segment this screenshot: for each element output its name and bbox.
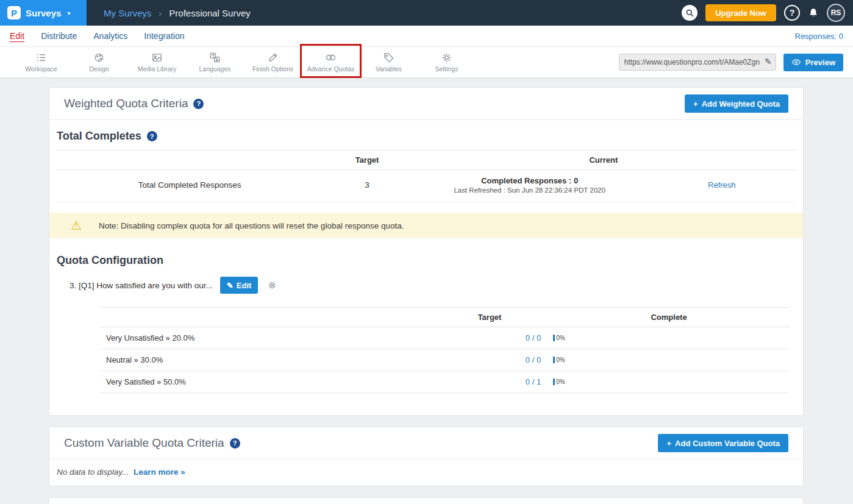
search-button[interactable] bbox=[682, 5, 698, 21]
settings-icon bbox=[441, 52, 452, 63]
toolbar-item-label: Finish Options bbox=[252, 65, 293, 73]
survey-url-input[interactable] bbox=[619, 54, 776, 71]
quota-row-percent: 0% bbox=[556, 378, 565, 385]
quota-row: Very Satisfied » 50.0% 0 / 1 0% bbox=[100, 371, 790, 393]
quota-row: Very Unsatisfied » 20.0% 0 / 0 0% bbox=[100, 327, 790, 349]
total-completes-section: Total Completes ? bbox=[49, 120, 803, 150]
toolbar-item-design[interactable]: Design bbox=[70, 50, 128, 74]
row-label: Total Completed Responses bbox=[57, 180, 323, 190]
languages-icon bbox=[209, 52, 221, 63]
remove-question-icon[interactable]: ⊗ bbox=[268, 280, 276, 291]
preview-button[interactable]: Preview bbox=[783, 54, 843, 71]
target-header: Target bbox=[431, 313, 548, 322]
toolbar-item-label: Design bbox=[89, 65, 109, 73]
toolbar-item-label: Advance Quotas bbox=[307, 65, 355, 73]
complete-header: Complete bbox=[548, 313, 790, 322]
toolbar-item-languages[interactable]: Languages bbox=[186, 50, 244, 74]
progress-bar bbox=[553, 378, 555, 385]
plus-icon: + bbox=[666, 439, 671, 448]
add-weighted-quota-label: Add Weighted Quota bbox=[702, 99, 780, 108]
weighted-quota-help-icon[interactable]: ? bbox=[193, 99, 204, 109]
add-custom-variable-quota-label: Add Custom Variable Quota bbox=[675, 439, 780, 448]
toolbar-items: Workspace Design Media Library Languages… bbox=[12, 50, 476, 74]
total-completes-help-icon[interactable]: ? bbox=[147, 131, 157, 141]
toolbar-item-label: Media Library bbox=[138, 65, 177, 73]
survey-tabbar: Edit Distribute Analytics Integration Re… bbox=[0, 26, 853, 47]
refresh-link[interactable]: Refresh bbox=[708, 180, 736, 190]
quota-row-label: Very Satisfied » 50.0% bbox=[100, 377, 431, 386]
custom-variable-quota-card: Custom Variable Quota Criteria ? + Add C… bbox=[49, 427, 804, 486]
total-completes-title: Total Completes bbox=[57, 130, 141, 143]
bell-icon bbox=[808, 7, 819, 18]
toolbar-item-finish-options[interactable]: Finish Options bbox=[244, 50, 302, 74]
toolbar-item-workspace[interactable]: Workspace bbox=[12, 50, 70, 74]
edit-url-icon[interactable]: ✎ bbox=[765, 57, 772, 66]
current-header: Current bbox=[412, 155, 796, 165]
custom-variable-quota-title: Custom Variable Quota Criteria bbox=[64, 436, 224, 450]
custom-variable-help-icon[interactable]: ? bbox=[230, 438, 240, 449]
quota-row-target: 0 / 0 bbox=[431, 355, 548, 364]
main-content: Weighted Quota Criteria ? + Add Weighted… bbox=[0, 78, 853, 504]
add-weighted-quota-button[interactable]: + Add Weighted Quota bbox=[685, 94, 788, 113]
edit-toolbar: Workspace Design Media Library Languages… bbox=[0, 47, 853, 78]
breadcrumb-separator: › bbox=[159, 8, 162, 18]
empty-state: No data to display... Learn more » bbox=[49, 460, 803, 486]
toolbar-item-advance-quotas[interactable]: Advance Quotas bbox=[302, 50, 360, 74]
weighted-quota-card: Weighted Quota Criteria ? + Add Weighted… bbox=[49, 87, 804, 416]
preview-label: Preview bbox=[805, 58, 835, 67]
eye-icon bbox=[791, 58, 801, 66]
edit-icon: ✎ bbox=[227, 281, 234, 290]
quota-row-percent: 0% bbox=[556, 357, 565, 363]
quota-row-percent: 0% bbox=[556, 335, 565, 341]
product-menu-label: Surveys bbox=[26, 8, 61, 18]
upgrade-now-button[interactable]: Upgrade Now bbox=[705, 4, 776, 21]
add-custom-variable-quota-button[interactable]: + Add Custom Variable Quota bbox=[658, 434, 788, 452]
tab-integration[interactable]: Integration bbox=[144, 31, 184, 41]
note-text: Note: Disabling complex quota for all qu… bbox=[99, 221, 404, 230]
breadcrumb: My Surveys › Professional Survey bbox=[104, 8, 251, 18]
finish-options-icon bbox=[267, 52, 279, 63]
progress-bar bbox=[553, 357, 555, 363]
learn-more-link[interactable]: Learn more » bbox=[134, 467, 185, 477]
toolbar-item-variables[interactable]: Variables bbox=[360, 50, 418, 74]
completed-responses: Completed Responses : 0 bbox=[412, 176, 648, 185]
quota-config-table: Target Complete Very Unsatisfied » 20.0%… bbox=[100, 307, 790, 393]
toolbar-item-label: Settings bbox=[435, 65, 459, 73]
questionpro-logo: P bbox=[7, 6, 21, 20]
help-button[interactable]: ? bbox=[784, 5, 800, 21]
toolbar-item-label: Variables bbox=[376, 65, 402, 73]
tab-edit[interactable]: Edit bbox=[10, 31, 24, 41]
avatar-initials: RS bbox=[831, 9, 841, 17]
toolbar-item-label: Languages bbox=[199, 65, 231, 73]
last-refreshed: Last Refreshed : Sun Jun 28 22:36:24 PDT… bbox=[412, 186, 648, 194]
breadcrumb-my-surveys[interactable]: My Surveys bbox=[104, 8, 151, 18]
toolbar-item-media-library[interactable]: Media Library bbox=[128, 50, 186, 74]
quota-configuration-section: Quota Configuration bbox=[49, 238, 803, 274]
notifications-button[interactable] bbox=[808, 7, 819, 18]
progress-bar bbox=[553, 335, 555, 341]
responses-count[interactable]: Responses: 0 bbox=[795, 32, 844, 41]
avatar[interactable]: RS bbox=[827, 4, 845, 22]
quota-row-label: Very Unsatisfied » 20.0% bbox=[100, 333, 431, 343]
table-row: Total Completed Responses 3 Completed Re… bbox=[57, 170, 796, 203]
edit-question-button[interactable]: ✎ Edit bbox=[220, 277, 258, 294]
target-header: Target bbox=[323, 155, 411, 165]
advanced-quota-card: Advanced Quota Control ? + Add Advanced … bbox=[49, 497, 804, 504]
tab-analytics[interactable]: Analytics bbox=[93, 31, 127, 41]
quota-row-target: 0 / 1 bbox=[431, 377, 548, 386]
tab-distribute[interactable]: Distribute bbox=[41, 31, 77, 41]
product-switcher[interactable]: P Surveys ▾ bbox=[0, 0, 87, 26]
variables-icon bbox=[383, 52, 394, 63]
toolbar-item-label: Workspace bbox=[25, 65, 57, 73]
logo-letter: P bbox=[11, 8, 17, 18]
media-library-icon bbox=[151, 52, 163, 63]
topbar-actions: Upgrade Now ? RS bbox=[682, 4, 853, 22]
total-completes-table: Target Current Total Completed Responses… bbox=[57, 150, 796, 203]
topbar: P Surveys ▾ My Surveys › Professional Su… bbox=[0, 0, 853, 26]
search-icon bbox=[685, 9, 694, 18]
toolbar-item-settings[interactable]: Settings bbox=[418, 50, 476, 74]
caret-down-icon: ▾ bbox=[67, 10, 70, 16]
survey-url-area: ✎ Preview bbox=[619, 54, 843, 71]
design-icon bbox=[93, 52, 105, 63]
quota-note: ⚠ Note: Disabling complex quota for all … bbox=[49, 213, 803, 238]
